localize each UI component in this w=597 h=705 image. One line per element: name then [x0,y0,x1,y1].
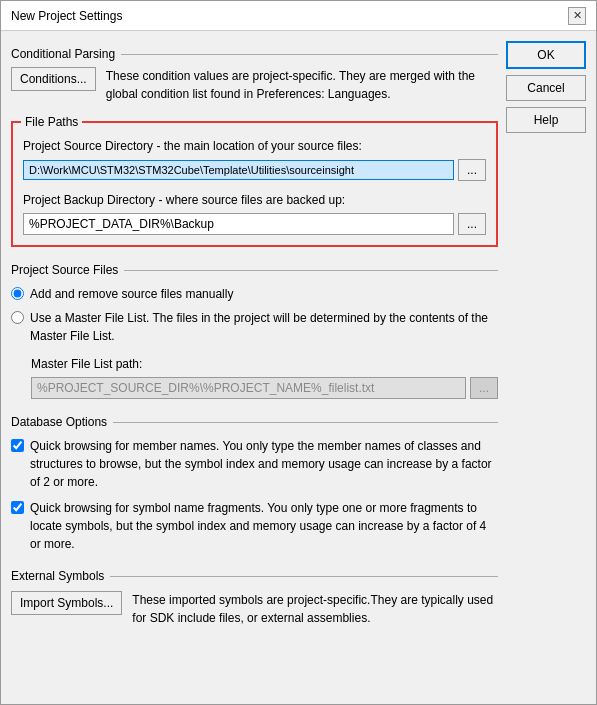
conditional-parsing-desc: These condition values are project-speci… [106,67,498,103]
database-options-section: Database Options Quick browsing for memb… [11,409,498,553]
source-files-radio-group: Add and remove source files manually Use… [11,285,498,399]
import-symbols-button[interactable]: Import Symbols... [11,591,122,615]
side-buttons: OK Cancel Help [506,41,586,694]
conditions-button[interactable]: Conditions... [11,67,96,91]
source-dir-row: ... [23,159,486,181]
checkbox-item-member: Quick browsing for member names. You onl… [11,437,498,491]
checkbox-member[interactable] [11,439,24,452]
radio-manual-label: Add and remove source files manually [30,285,233,303]
dialog-window: New Project Settings ✕ Conditional Parsi… [0,0,597,705]
conditional-parsing-label: Conditional Parsing [11,47,115,61]
ext-sym-desc: These imported symbols are project-speci… [132,591,498,627]
master-file-sub: Master File List path: ... [31,355,498,399]
dialog-body: Conditional Parsing Conditions... These … [1,31,596,704]
radio-item-manual: Add and remove source files manually [11,285,498,303]
checkbox-fragment[interactable] [11,501,24,514]
ok-button[interactable]: OK [506,41,586,69]
master-file-path-row: ... [31,377,498,399]
main-content: Conditional Parsing Conditions... These … [11,41,498,694]
radio-item-master: Use a Master File List. The files in the… [11,309,498,345]
file-paths-label: File Paths [21,115,82,129]
radio-master[interactable] [11,311,24,324]
help-button[interactable]: Help [506,107,586,133]
file-paths-section: File Paths Project Source Directory - th… [11,121,498,247]
dialog-title: New Project Settings [11,9,122,23]
cancel-button[interactable]: Cancel [506,75,586,101]
ext-sym-row: Import Symbols... These imported symbols… [11,591,498,631]
backup-dir-row: ... [23,213,486,235]
ext-sym-label: External Symbols [11,569,104,583]
close-button[interactable]: ✕ [568,7,586,25]
master-file-browse-button[interactable]: ... [470,377,498,399]
radio-master-label: Use a Master File List. The files in the… [30,309,498,345]
master-file-path-label: Master File List path: [31,355,498,373]
project-source-files-section: Project Source Files Add and remove sour… [11,257,498,399]
master-file-path-input[interactable] [31,377,466,399]
source-files-label: Project Source Files [11,263,118,277]
checkbox-fragment-label: Quick browsing for symbol name fragments… [30,499,498,553]
checkbox-item-fragment: Quick browsing for symbol name fragments… [11,499,498,553]
source-dir-input[interactable] [23,160,454,180]
db-options-checkboxes: Quick browsing for member names. You onl… [11,437,498,553]
backup-dir-label: Project Backup Directory - where source … [23,191,486,209]
checkbox-member-label: Quick browsing for member names. You onl… [30,437,498,491]
backup-dir-browse-button[interactable]: ... [458,213,486,235]
conditional-parsing-section: Conditional Parsing Conditions... These … [11,41,498,107]
db-options-label: Database Options [11,415,107,429]
source-dir-label: Project Source Directory - the main loca… [23,137,486,155]
title-bar: New Project Settings ✕ [1,1,596,31]
backup-dir-input[interactable] [23,213,454,235]
radio-manual[interactable] [11,287,24,300]
source-dir-browse-button[interactable]: ... [458,159,486,181]
external-symbols-section: External Symbols Import Symbols... These… [11,563,498,631]
